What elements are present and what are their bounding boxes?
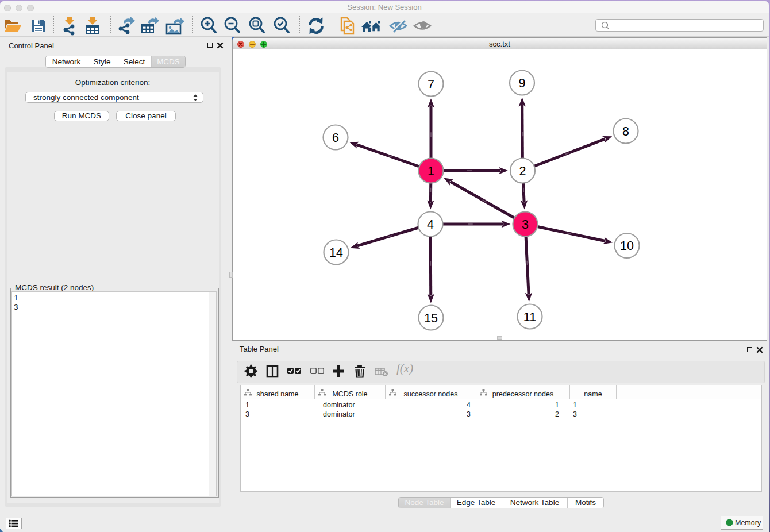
svg-text:2: 2 xyxy=(519,164,526,178)
svg-text:1: 1 xyxy=(428,164,434,178)
svg-text:7: 7 xyxy=(428,78,434,91)
svg-text:15: 15 xyxy=(424,311,438,325)
svg-text:14: 14 xyxy=(329,246,343,260)
svg-text:8: 8 xyxy=(622,125,629,138)
svg-text:4: 4 xyxy=(427,218,434,232)
svg-text:6: 6 xyxy=(332,131,339,145)
svg-text:10: 10 xyxy=(620,239,634,253)
svg-text:3: 3 xyxy=(522,218,529,232)
svg-text:9: 9 xyxy=(519,76,526,90)
svg-text:11: 11 xyxy=(523,310,536,324)
